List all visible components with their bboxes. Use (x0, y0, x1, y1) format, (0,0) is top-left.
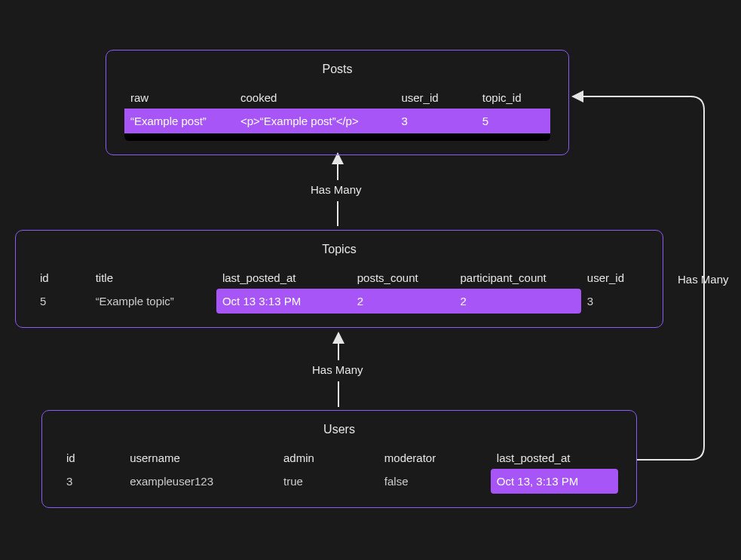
topics-header-row: id title last_posted_at posts_count part… (34, 267, 645, 289)
rel-label-users-posts: Has Many (678, 273, 729, 286)
topics-cell-last-posted: Oct 13 3:13 PM (216, 289, 351, 314)
posts-cell-user-id: 3 (395, 109, 476, 133)
topics-cell-participant: 2 (455, 289, 581, 314)
entity-topics: Topics id title last_posted_at posts_cou… (15, 230, 663, 328)
users-cell-id: 3 (60, 469, 124, 494)
posts-col-user-id: user_id (395, 87, 476, 109)
rel-label-topics-posts: Has Many (311, 183, 362, 196)
entity-posts-title: Posts (124, 63, 550, 76)
posts-data-row: “Example post” <p>“Example post”</p> 3 5 (124, 109, 550, 133)
users-col-id: id (60, 447, 124, 469)
users-data-row: 3 exampleuser123 true false Oct 13, 3:13… (60, 469, 618, 494)
users-cell-username: exampleuser123 (124, 469, 277, 494)
topics-col-posts-count: posts_count (351, 267, 455, 289)
topics-col-participant: participant_count (455, 267, 581, 289)
posts-cell-cooked: <p>“Example post”</p> (234, 109, 395, 133)
topics-table: id title last_posted_at posts_count part… (34, 267, 645, 314)
topics-col-user-id: user_id (581, 267, 645, 289)
entity-users: Users id username admin moderator last_p… (41, 410, 637, 508)
entity-users-title: Users (60, 423, 618, 436)
users-cell-moderator: false (378, 469, 491, 494)
posts-table: raw cooked user_id topic_id “Example pos… (124, 87, 550, 133)
topics-data-row: 5 “Example topic” Oct 13 3:13 PM 2 2 3 (34, 289, 645, 314)
posts-col-topic-id: topic_id (476, 87, 550, 109)
users-cell-admin: true (277, 469, 378, 494)
entity-topics-title: Topics (34, 243, 645, 256)
users-col-moderator: moderator (378, 447, 491, 469)
topics-col-last-posted: last_posted_at (216, 267, 351, 289)
topics-col-id: id (34, 267, 90, 289)
users-col-admin: admin (277, 447, 378, 469)
users-col-username: username (124, 447, 277, 469)
topics-cell-posts-count: 2 (351, 289, 455, 314)
topics-col-title: title (90, 267, 216, 289)
posts-cell-topic-id: 5 (476, 109, 550, 133)
entity-posts: Posts raw cooked user_id topic_id “Examp… (106, 50, 569, 155)
users-header-row: id username admin moderator last_posted_… (60, 447, 618, 469)
topics-cell-title: “Example topic” (90, 289, 216, 314)
users-cell-last-posted: Oct 13, 3:13 PM (491, 469, 618, 494)
posts-header-row: raw cooked user_id topic_id (124, 87, 550, 109)
rel-label-users-topics: Has Many (312, 363, 363, 376)
posts-cell-raw: “Example post” (124, 109, 234, 133)
posts-col-cooked: cooked (234, 87, 395, 109)
posts-col-raw: raw (124, 87, 234, 109)
users-col-last-posted: last_posted_at (491, 447, 618, 469)
posts-bottom-bar (124, 133, 550, 141)
topics-cell-user-id: 3 (581, 289, 645, 314)
topics-cell-id: 5 (34, 289, 90, 314)
users-table: id username admin moderator last_posted_… (60, 447, 618, 494)
